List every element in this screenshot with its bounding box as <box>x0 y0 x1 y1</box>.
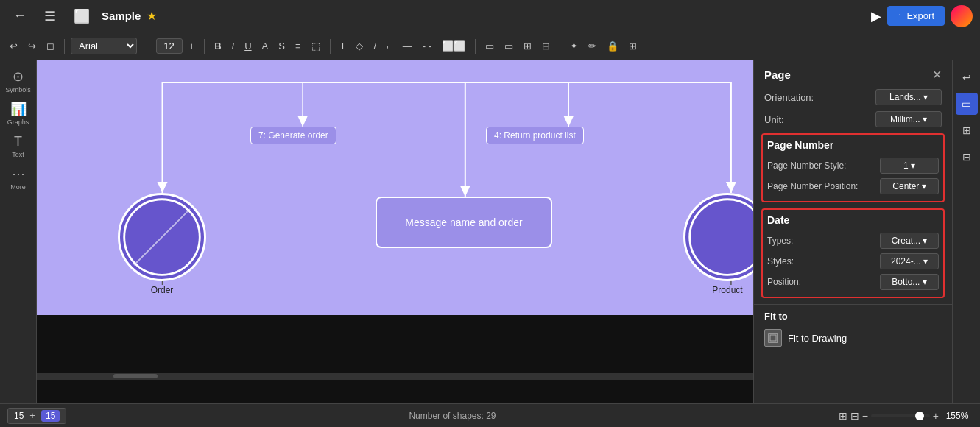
date-position-dropdown[interactable]: Botto... ▾ <box>880 274 939 290</box>
panel-toggle-icon[interactable]: ↩ <box>956 66 978 88</box>
font-increase-button[interactable]: + <box>186 38 199 54</box>
canvas-area[interactable]: 7: Generate order 4: Return product list… <box>37 60 753 403</box>
zoom-in-button[interactable]: + <box>933 410 939 422</box>
sidebar-item-more[interactable]: ⋯ More <box>4 163 33 193</box>
orientation-dropdown[interactable]: Lands... ▾ <box>875 89 942 105</box>
message-box[interactable]: Message name and order <box>376 197 552 248</box>
bold-button[interactable]: B <box>211 38 225 54</box>
sep4 <box>475 39 476 54</box>
date-types-dropdown[interactable]: Creat... ▾ <box>880 233 939 249</box>
tools2-button[interactable]: ⊟ <box>538 38 554 54</box>
scrollbar-thumb[interactable] <box>113 374 158 378</box>
zoom-fit-button[interactable]: ⊟ <box>850 410 859 422</box>
text-icon: T <box>14 134 22 149</box>
undo-button[interactable]: ↩ <box>6 38 21 54</box>
star-icon[interactable]: ★ <box>147 9 157 23</box>
pencil-button[interactable]: ✏ <box>585 38 600 54</box>
date-section-title: Date <box>767 214 939 226</box>
play-button[interactable]: ▶ <box>871 8 881 24</box>
border-button[interactable]: ⬜⬜ <box>438 38 469 54</box>
order-label: Order <box>125 285 199 295</box>
text-button[interactable]: T <box>336 38 350 54</box>
line-style-button[interactable]: — <box>399 38 416 54</box>
export-button[interactable]: ↑ Export <box>887 6 945 26</box>
main-area: ⊙ Symbols 📊 Graphs T Text ⋯ More <box>0 60 980 403</box>
doc-button[interactable]: ⬜ <box>68 5 96 27</box>
font-color-button[interactable]: A <box>258 38 272 54</box>
date-styles-label: Styles: <box>767 256 880 267</box>
strikethrough-button[interactable]: S <box>275 38 289 54</box>
page-indicator: 15 + 15 <box>7 408 66 424</box>
app-title: Sample <box>102 10 141 22</box>
zoom-percentage: 155% <box>942 411 973 421</box>
back-button[interactable]: ← <box>7 5 32 27</box>
zoom-out-button[interactable]: − <box>862 410 868 422</box>
container2-button[interactable]: ▭ <box>501 38 517 54</box>
page-number-position-label: Page Number Position: <box>767 181 880 191</box>
panel-title: Page <box>764 68 791 81</box>
settings-icon[interactable]: ⊟ <box>956 146 978 168</box>
product-label: Product <box>691 285 753 295</box>
sidebar-item-text[interactable]: T Text <box>4 131 33 160</box>
italic-button[interactable]: I <box>228 38 239 54</box>
shape-button[interactable]: ◇ <box>352 38 367 54</box>
unit-label: Unit: <box>764 114 870 125</box>
circle-order[interactable] <box>118 193 206 281</box>
grid-button[interactable]: ⊞ <box>625 38 641 54</box>
align-button[interactable]: ≡ <box>292 38 305 54</box>
connector-button[interactable]: ⌐ <box>383 38 396 54</box>
align2-button[interactable]: ⬚ <box>308 38 324 54</box>
font-select[interactable]: Arial Times New Roman Helvetica <box>71 38 137 54</box>
right-panel: Page ✕ Orientation: Lands... ▾ Unit: Mil… <box>753 60 952 403</box>
font-size-input[interactable] <box>156 38 183 54</box>
circle-product[interactable] <box>683 193 753 281</box>
fit-to-section: Fit to Fit to Drawing <box>754 304 952 354</box>
sep1 <box>64 39 65 54</box>
canvas-black-area <box>37 315 753 403</box>
svg-marker-5 <box>158 182 168 193</box>
panel-close-button[interactable]: ✕ <box>932 68 942 82</box>
grid-view-icon[interactable]: ⊞ <box>956 119 978 141</box>
sparkle-button[interactable]: ✦ <box>566 38 582 54</box>
fit-page-button[interactable]: ⊞ <box>839 410 847 422</box>
page-number-style-dropdown[interactable]: 1 ▾ <box>880 158 939 174</box>
tools1-button[interactable]: ⊞ <box>520 38 535 54</box>
fit-to-drawing-button[interactable]: Fit to Drawing <box>764 326 847 350</box>
avatar[interactable] <box>951 5 973 27</box>
page-number-position-dropdown[interactable]: Center ▾ <box>880 178 939 194</box>
add-page-button[interactable]: + <box>27 410 38 421</box>
page-props-icon[interactable]: ▭ <box>956 93 978 115</box>
sep3 <box>330 39 331 54</box>
svg-marker-11 <box>563 116 574 127</box>
topbar: ← ☰ ⬜ Sample ★ ▶ ↑ Export <box>0 0 980 32</box>
zoom-slider[interactable] <box>871 414 930 417</box>
redo-button[interactable]: ↪ <box>24 38 40 54</box>
sidebar-item-symbols[interactable]: ⊙ Symbols <box>4 66 33 96</box>
date-section: Date Types: Creat... ▾ Styles: 2024-... … <box>761 208 945 298</box>
page-number-style-value: 1 <box>903 160 909 171</box>
panel-header: Page ✕ <box>754 60 952 86</box>
diagram-bg: 7: Generate order 4: Return product list… <box>37 60 753 347</box>
dash-style-button[interactable]: - - <box>419 38 435 54</box>
orientation-value: Lands... <box>889 92 921 102</box>
font-decrease-button[interactable]: − <box>140 38 153 54</box>
symbols-icon: ⊙ <box>13 68 24 85</box>
date-styles-row: Styles: 2024-... ▾ <box>767 251 939 272</box>
svg-rect-18 <box>770 335 776 341</box>
container1-button[interactable]: ▭ <box>482 38 498 54</box>
date-styles-dropdown[interactable]: 2024-... ▾ <box>880 253 939 269</box>
sidebar-item-graphs[interactable]: 📊 Graphs <box>4 99 33 128</box>
lock-button[interactable]: 🔒 <box>603 38 622 54</box>
eraser-button[interactable]: ◻ <box>43 38 58 54</box>
zoom-controls: ⊞ ⊟ − + 155% <box>839 410 973 422</box>
underline-button[interactable]: U <box>241 38 255 54</box>
horizontal-scrollbar[interactable] <box>37 373 753 380</box>
unit-value: Millim... <box>890 114 920 124</box>
export-label: Export <box>906 10 934 21</box>
unit-dropdown[interactable]: Millim... ▾ <box>875 111 942 127</box>
menu-button[interactable]: ☰ <box>38 5 62 27</box>
svg-marker-9 <box>297 116 308 127</box>
graphs-icon: 📊 <box>10 101 27 117</box>
zoom-slider-thumb <box>915 412 924 420</box>
line-color-button[interactable]: / <box>370 38 380 54</box>
